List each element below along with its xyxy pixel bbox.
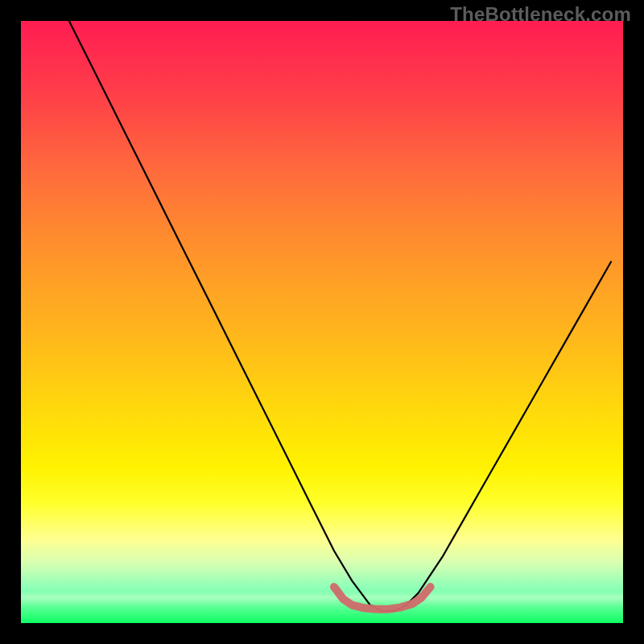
optimal-zone-marker — [334, 587, 431, 609]
bottleneck-curve — [69, 21, 611, 611]
watermark-text: TheBottleneck.com — [450, 3, 631, 26]
curve-layer — [21, 21, 623, 623]
chart-frame: TheBottleneck.com — [0, 0, 644, 644]
plot-area — [21, 21, 623, 623]
